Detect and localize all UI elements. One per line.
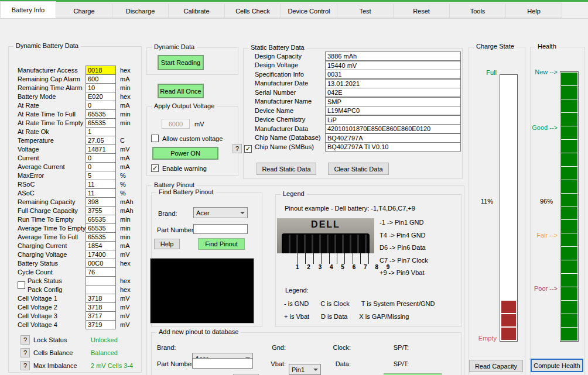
- compute-health-button[interactable]: Compute Health: [531, 359, 583, 372]
- tab-device-control[interactable]: Device Control: [281, 4, 337, 18]
- legend-line: + is VbatD is DataX is GAP/Missing: [284, 313, 421, 320]
- row-value-input[interactable]: 3718: [86, 294, 116, 303]
- row-value-input[interactable]: BQ40Z797A: [325, 133, 461, 143]
- row-value-input[interactable]: 3717: [86, 311, 116, 321]
- clear-static-data-button[interactable]: Clear Static Data: [328, 163, 389, 175]
- tab-battery-info[interactable]: Battery Info: [0, 1, 56, 18]
- status-label: Lock Status: [33, 336, 87, 343]
- add-gnd-select[interactable]: Pin1: [289, 364, 321, 375]
- row-value-input[interactable]: 600: [86, 74, 116, 84]
- tab-reset[interactable]: Reset: [394, 4, 450, 18]
- row-value-input[interactable]: 0: [86, 101, 116, 110]
- static-row-design-capacity: Design Capacity3886 mAh: [255, 51, 461, 61]
- tab-discharge[interactable]: Discharge: [112, 4, 169, 18]
- row-value-input[interactable]: 13.01.2021: [325, 79, 461, 88]
- row-value-input[interactable]: 65535: [86, 118, 116, 128]
- row-value-input[interactable]: 3755: [86, 206, 116, 215]
- dynamic-row-cycle-count: Cycle Count76: [18, 267, 139, 276]
- chip-smbus-help-button[interactable]: ?: [233, 144, 242, 153]
- row-value-input[interactable]: 3719: [86, 320, 116, 329]
- row-value-input[interactable]: 11: [86, 180, 116, 189]
- row-value-input[interactable]: 00C0: [86, 259, 116, 268]
- row-label: At Rate Ok: [18, 128, 86, 135]
- tab-test[interactable]: Test: [337, 4, 394, 18]
- row-value-input[interactable]: [86, 285, 116, 294]
- tab-tools[interactable]: Tools: [450, 4, 506, 18]
- row-value-input[interactable]: 0: [86, 153, 116, 163]
- find-brand-select[interactable]: Acer: [193, 207, 248, 218]
- row-unit: min: [120, 111, 131, 118]
- health-segment: [561, 274, 577, 287]
- row-value-input[interactable]: 65535: [86, 223, 116, 233]
- row-unit: min: [120, 84, 131, 91]
- static-row-specification-info: Specification Info0031: [255, 70, 461, 79]
- row-value-input[interactable]: 0018: [86, 66, 116, 75]
- row-value-input[interactable]: SMP: [325, 97, 461, 106]
- tab-charge[interactable]: Charge: [56, 4, 112, 18]
- row-label: Manufacturer Data: [255, 125, 325, 132]
- dynamic-row-remaining-capacity: Remaining Capacity398mAh: [18, 197, 139, 206]
- row-value-input[interactable]: 17400: [86, 250, 116, 259]
- output-voltage-input[interactable]: 6000: [162, 119, 190, 129]
- row-value-input[interactable]: [86, 276, 116, 285]
- read-static-data-button[interactable]: Read Static Data: [257, 163, 316, 175]
- tab-help[interactable]: Help: [506, 4, 562, 18]
- start-reading-button[interactable]: Start Reading: [158, 55, 204, 70]
- row-value-input[interactable]: 65535: [86, 109, 116, 119]
- row-value-input[interactable]: 042E: [325, 88, 461, 97]
- cells-balance-help-button[interactable]: ?: [20, 348, 30, 357]
- static-row-manufacturer-name: Manufacturer NameSMP: [255, 97, 461, 106]
- row-value-input[interactable]: 65535: [86, 215, 116, 224]
- row-value-input[interactable]: 65535: [86, 232, 116, 242]
- charge-segment: [501, 301, 516, 313]
- legend-line: - is GNDC is ClockT is System Present/GN…: [284, 300, 446, 307]
- tab-cells-check[interactable]: Cells Check: [225, 4, 281, 18]
- find-pinout-button[interactable]: Find Pinout: [198, 238, 245, 250]
- row-value-input[interactable]: 3718: [86, 302, 116, 312]
- row-value-input[interactable]: BQ40Z797A TI V0.10: [325, 142, 461, 152]
- row-value-input[interactable]: 76: [86, 267, 116, 277]
- row-value-input[interactable]: 11: [86, 188, 116, 198]
- row-value-input[interactable]: 1854: [86, 241, 116, 250]
- row-label: Average Current: [18, 163, 86, 170]
- row-value-input[interactable]: 0031: [325, 70, 461, 79]
- row-value-input[interactable]: 1: [86, 127, 116, 136]
- row-value-input[interactable]: L19M4PC0: [325, 106, 461, 115]
- group-title: Charge State: [474, 43, 517, 50]
- health-segment: [561, 153, 577, 166]
- power-on-button[interactable]: Power ON: [152, 147, 218, 160]
- read-capacity-button[interactable]: Read Capacity: [469, 360, 523, 372]
- health-segment: [561, 167, 577, 180]
- allow-custom-voltage-checkbox[interactable]: [151, 135, 159, 142]
- row-label: Specification Info: [255, 71, 325, 78]
- pack-status-checkbox[interactable]: [18, 281, 25, 289]
- row-label: Serial Number: [255, 89, 325, 96]
- dynamic-row-remaining-time-alarm: Remaining Time Alarm10min: [18, 83, 139, 92]
- tab-calibrate[interactable]: Calibrate: [169, 4, 225, 18]
- row-value-input[interactable]: 42010101870E850E860E860E0120: [325, 124, 461, 133]
- row-value-input[interactable]: 14871: [86, 145, 116, 154]
- tab-bar: Battery InfoChargeDischargeCalibrateCell…: [0, 2, 588, 19]
- row-value-input[interactable]: E020: [86, 92, 116, 101]
- allow-custom-voltage-label: Allow custom voltage: [162, 135, 223, 142]
- row-value-input[interactable]: 3886 mAh: [325, 51, 461, 61]
- row-value-input[interactable]: 27.05: [86, 136, 116, 145]
- health-segment: [561, 140, 577, 153]
- max-imbalance-help-button[interactable]: ?: [20, 361, 30, 370]
- row-value-input[interactable]: 5: [86, 171, 116, 180]
- find-part-number-input[interactable]: [193, 224, 248, 234]
- read-all-once-button[interactable]: Read All Once: [158, 84, 204, 98]
- row-label: Cell Voltage 1: [18, 295, 86, 302]
- row-value-input[interactable]: 0: [86, 162, 116, 171]
- pinout-result-image: [150, 258, 254, 324]
- find-help-button[interactable]: Help: [154, 239, 180, 249]
- row-value-input[interactable]: 10: [86, 83, 116, 92]
- enable-warning-checkbox[interactable]: [151, 164, 159, 172]
- row-unit: mV: [120, 321, 130, 328]
- add-part-number-input[interactable]: [192, 358, 253, 369]
- chip-smbus-checkbox[interactable]: [244, 145, 252, 153]
- row-value-input[interactable]: 398: [86, 197, 116, 207]
- lock-status-help-button[interactable]: ?: [20, 335, 30, 345]
- row-value-input[interactable]: LiP: [325, 115, 461, 125]
- row-value-input[interactable]: 15440 mV: [325, 61, 461, 70]
